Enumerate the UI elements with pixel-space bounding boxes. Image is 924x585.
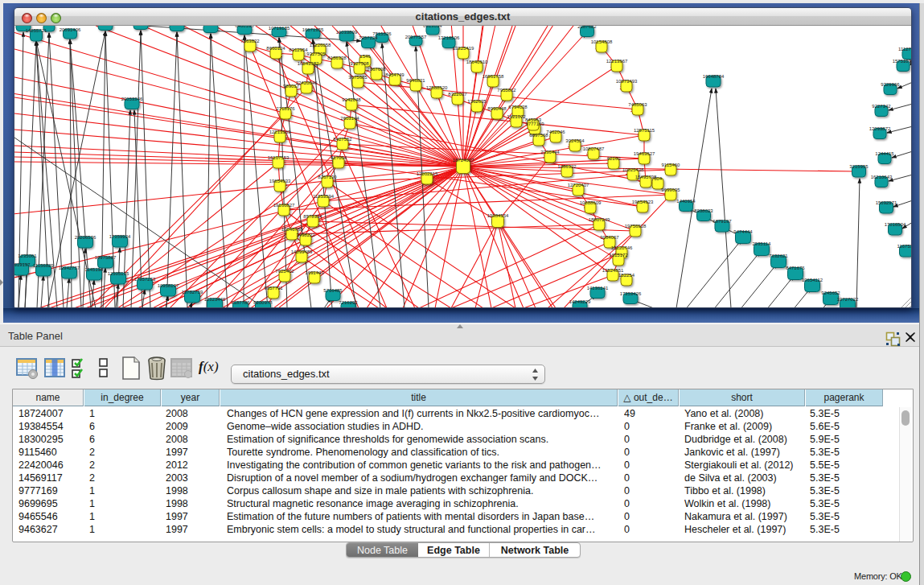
svg-text:8200978: 8200978 — [253, 300, 273, 305]
svg-text:19166827: 19166827 — [273, 203, 295, 208]
svg-text:12975115: 12975115 — [634, 128, 655, 133]
svg-text:19384554: 19384554 — [487, 213, 509, 218]
svg-text:9329966: 9329966 — [881, 82, 900, 87]
svg-text:8912954: 8912954 — [289, 47, 308, 52]
svg-text:3024554: 3024554 — [565, 138, 585, 143]
svg-text:13002215: 13002215 — [417, 171, 438, 176]
svg-text:1621072: 1621072 — [507, 114, 526, 119]
svg-text:8186328: 8186328 — [327, 56, 347, 60]
svg-text:14136141: 14136141 — [587, 286, 609, 290]
svg-text:12213967: 12213967 — [606, 59, 628, 64]
svg-text:604: 604 — [654, 176, 663, 181]
svg-text:12093872: 12093872 — [869, 126, 891, 131]
svg-text:15692971: 15692971 — [876, 200, 897, 205]
svg-text:10025438: 10025438 — [622, 167, 644, 172]
svg-text:10046788: 10046788 — [281, 227, 303, 232]
svg-text:13325419: 13325419 — [453, 46, 474, 51]
svg-text:20206536: 20206536 — [75, 235, 97, 240]
svg-text:5716485: 5716485 — [323, 288, 343, 293]
svg-text:7485063: 7485063 — [628, 102, 647, 107]
svg-text:2087682: 2087682 — [577, 26, 597, 29]
svg-text:11353594: 11353594 — [313, 194, 335, 199]
svg-text:2867608: 2867608 — [367, 67, 386, 72]
svg-text:9245652: 9245652 — [821, 290, 840, 295]
svg-text:9187786: 9187786 — [231, 300, 250, 305]
svg-text:1527602: 1527602 — [201, 26, 220, 27]
svg-text:10688609: 10688609 — [580, 200, 602, 205]
svg-text:13218506: 13218506 — [438, 35, 460, 40]
svg-text:16671355: 16671355 — [302, 27, 324, 32]
svg-text:16543382: 16543382 — [298, 61, 319, 66]
svg-text:7462046: 7462046 — [546, 130, 565, 134]
svg-text:14099489: 14099489 — [291, 249, 313, 254]
svg-text:3498222: 3498222 — [296, 233, 315, 237]
svg-text:18945267: 18945267 — [39, 26, 60, 27]
svg-text:14055721: 14055721 — [26, 28, 47, 33]
svg-text:15751074: 15751074 — [893, 59, 912, 64]
svg-text:1615172: 1615172 — [609, 253, 628, 257]
svg-text:6466160: 6466160 — [235, 26, 254, 28]
svg-text:19654933: 19654933 — [269, 179, 291, 183]
svg-text:18807249: 18807249 — [589, 217, 610, 222]
svg-text:1145194: 1145194 — [85, 267, 105, 272]
svg-text:20053346: 20053346 — [121, 97, 143, 101]
svg-text:7632621: 7632621 — [769, 253, 788, 258]
svg-text:12942757: 12942757 — [59, 266, 80, 270]
svg-text:10958107: 10958107 — [158, 283, 179, 288]
svg-text:8471676: 8471676 — [786, 266, 805, 270]
svg-text:9857791: 9857791 — [264, 286, 283, 290]
svg-text:16782759: 16782759 — [182, 290, 203, 295]
svg-text:9699695: 9699695 — [661, 187, 680, 192]
svg-text:11156829: 11156829 — [33, 263, 54, 268]
svg-text:8813054: 8813054 — [423, 26, 442, 28]
svg-text:16210643: 16210643 — [871, 175, 893, 179]
svg-text:989017: 989017 — [283, 84, 300, 89]
svg-text:20977557: 20977557 — [405, 35, 427, 39]
svg-text:8427552: 8427552 — [333, 137, 352, 142]
svg-text:9227342: 9227342 — [872, 104, 891, 109]
svg-text:10807487: 10807487 — [583, 146, 605, 151]
svg-text:17359924: 17359924 — [109, 234, 131, 239]
svg-text:11127527: 11127527 — [898, 47, 912, 51]
svg-text:9115460: 9115460 — [662, 163, 681, 167]
svg-text:10973493: 10973493 — [616, 79, 638, 84]
svg-text:9327505: 9327505 — [306, 51, 326, 56]
svg-text:2718176: 2718176 — [276, 106, 295, 111]
svg-text:1362635: 1362635 — [467, 99, 487, 104]
svg-text:10975887: 10975887 — [95, 255, 117, 260]
svg-text:1167533: 1167533 — [897, 244, 912, 249]
svg-text:19654923: 19654923 — [632, 200, 654, 204]
svg-text:17016504: 17016504 — [885, 222, 906, 227]
svg-text:6879197: 6879197 — [713, 219, 732, 224]
svg-text:3215955: 3215955 — [849, 164, 869, 169]
svg-text:3675685: 3675685 — [348, 75, 368, 80]
svg-text:17353426: 17353426 — [620, 291, 642, 296]
svg-text:16107553: 16107553 — [268, 155, 290, 160]
svg-text:8578334: 8578334 — [303, 214, 322, 219]
svg-text:19756928: 19756928 — [625, 224, 647, 229]
svg-text:18640910: 18640910 — [466, 60, 488, 64]
svg-text:7625402: 7625402 — [275, 269, 294, 274]
svg-text:12505135: 12505135 — [108, 271, 129, 276]
svg-text:12323446: 12323446 — [204, 297, 226, 302]
svg-text:7216292: 7216292 — [339, 300, 358, 305]
svg-text:417004: 417004 — [331, 155, 347, 160]
svg-text:7515526: 7515526 — [372, 31, 392, 36]
svg-text:16961758: 16961758 — [483, 74, 504, 79]
svg-text:845963: 845963 — [525, 117, 542, 122]
svg-text:2336444: 2336444 — [540, 150, 560, 154]
svg-text:13226058: 13226058 — [310, 43, 331, 47]
svg-text:10654112: 10654112 — [802, 278, 823, 282]
svg-text:8938023: 8938023 — [694, 208, 713, 213]
svg-text:10727022: 10727022 — [837, 297, 859, 302]
svg-text:16648784: 16648784 — [703, 74, 725, 79]
svg-text:7955812: 7955812 — [497, 88, 516, 93]
svg-text:16120746: 16120746 — [611, 245, 633, 250]
svg-text:17957253: 17957253 — [134, 277, 156, 282]
svg-text:10719185: 10719185 — [269, 26, 290, 31]
svg-text:6794028: 6794028 — [508, 105, 528, 109]
svg-text:8454749: 8454749 — [385, 72, 405, 77]
svg-text:9084067: 9084067 — [600, 235, 619, 240]
svg-text:1486322: 1486322 — [557, 164, 577, 169]
svg-text:18724007: 18724007 — [453, 158, 474, 163]
